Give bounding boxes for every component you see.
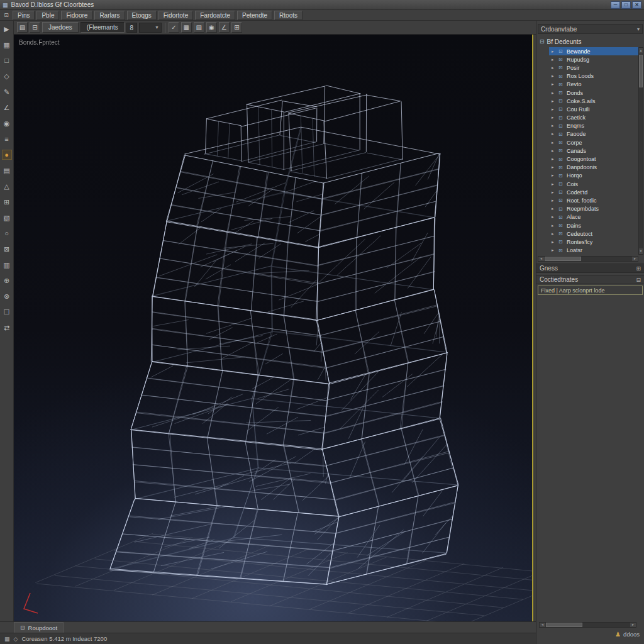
scrollbar-thumb[interactable] [639, 55, 643, 87]
layers-icon[interactable]: ▤ [194, 22, 204, 33]
section-coordinates[interactable]: Coctiedtnates ⊟ [536, 275, 644, 284]
scroll-left-icon[interactable]: ◄ [540, 623, 545, 627]
menu-item-pble[interactable]: Pble [36, 11, 59, 20]
viewport-canvas[interactable] [14, 35, 533, 621]
tree-item[interactable]: ▸⊡Roepmbdats [549, 205, 638, 213]
tree-item[interactable]: ▸⊡Danpdoonis [549, 164, 638, 172]
expand-arrow-icon[interactable]: ▸ [552, 157, 556, 162]
tree-item[interactable]: ▸⊡Rupudsg [549, 55, 638, 64]
tree-item[interactable]: ▸⊡Ros Loods [549, 72, 638, 80]
expand-arrow-icon[interactable]: ▸ [552, 107, 556, 112]
tree-item[interactable]: ▸⊡Revto [549, 80, 638, 89]
expand-arrow-icon[interactable]: ▸ [552, 206, 556, 211]
maximize-button[interactable]: □ [621, 1, 631, 9]
expand-arrow-icon[interactable]: ▸ [552, 148, 556, 153]
tree-item[interactable]: ▸⊡Rontes'lcy [549, 238, 638, 246]
snap-icon[interactable]: ◉ [206, 22, 217, 33]
tree-horizontal-scrollbar[interactable]: ◄ ► [538, 256, 638, 262]
menu-item-rarlars[interactable]: Rarlars [94, 11, 125, 20]
menu-item-fidoore[interactable]: Fidoore [61, 11, 92, 20]
toolbar-button-fleemants[interactable]: (Fleemants [80, 22, 125, 33]
measure-icon[interactable]: ∠ [219, 22, 230, 33]
tree-vertical-scrollbar[interactable]: ▲ ▼ [638, 47, 643, 255]
panel-icon[interactable]: ⊞ [231, 22, 242, 33]
expand-arrow-icon[interactable]: ▸ [552, 140, 556, 145]
status-tab[interactable]: ⊟ Roupdooot [14, 622, 64, 633]
close-button[interactable]: ✕ [632, 1, 641, 9]
tree-item[interactable]: ▸⊡Coke.S.ails [549, 97, 638, 105]
section-gness[interactable]: Gness ⊞ [536, 264, 644, 273]
delete-icon[interactable]: ⊠ [2, 244, 12, 254]
expand-arrow-icon[interactable]: ▸ [552, 49, 556, 54]
menu-item-pins[interactable]: Pins [13, 11, 35, 20]
tree-item[interactable]: ▸⊡Alace [549, 213, 638, 221]
swap-icon[interactable]: ⇄ [2, 323, 12, 333]
multiply-icon[interactable]: ⊗ [2, 291, 12, 301]
layers-icon[interactable]: ▤ [2, 165, 12, 175]
plus-icon[interactable]: ⊕ [2, 275, 12, 286]
tree-item[interactable]: ▸⊡Faoode [549, 130, 638, 138]
add-panel-icon[interactable]: ⊞ [2, 197, 12, 207]
angle-icon[interactable]: ∠ [2, 103, 12, 113]
expand-arrow-icon[interactable]: ▸ [552, 99, 556, 104]
expand-arrow-icon[interactable]: ▸ [552, 182, 556, 187]
tree-item[interactable]: ▸⊡Bewande [549, 47, 638, 55]
tree-item[interactable]: ▸⊡Loatsr [549, 247, 638, 255]
tree-item[interactable]: ▸⊡Cedeutoct [549, 230, 638, 238]
circle-icon[interactable]: ○ [2, 228, 12, 238]
expand-arrow-icon[interactable]: ▸ [552, 57, 556, 62]
target-icon[interactable]: ◉ [2, 118, 12, 128]
expand-arrow-icon[interactable]: ▸ [552, 173, 556, 178]
check-icon[interactable]: ✓ [169, 22, 179, 33]
tree-item[interactable]: ▸⊡Posir [549, 64, 638, 72]
scroll-right-icon[interactable]: ► [632, 257, 638, 261]
menu-item-fardoatcte[interactable]: Fardoatcte [195, 11, 235, 20]
expand-arrow-icon[interactable]: ▸ [552, 165, 556, 170]
expand-arrow-icon[interactable]: ▸ [552, 65, 556, 70]
scroll-up-icon[interactable]: ▲ [639, 48, 643, 53]
menu-item-petendte[interactable]: Petendte [237, 11, 272, 20]
tree-root[interactable]: ⊟ Bf Dedeunts [540, 37, 582, 46]
open-icon[interactable]: ⊟ [30, 22, 40, 33]
menu-item-etoqgs[interactable]: Etoqgs [127, 11, 157, 20]
collapse-box-icon[interactable]: ⊟ [636, 277, 641, 283]
tree-item[interactable]: ▸⊡Horqo [549, 172, 638, 180]
triangle-icon[interactable]: △ [2, 181, 12, 191]
grid-icon[interactable]: ▦ [2, 40, 12, 50]
count-field[interactable]: 8 [126, 23, 137, 33]
draw-icon[interactable]: ✎ [2, 87, 12, 97]
tree-item[interactable]: ▸⊡Enqms [549, 122, 638, 130]
expand-arrow-icon[interactable]: ▸ [552, 82, 556, 87]
expand-box-icon[interactable]: ⊞ [636, 265, 641, 272]
tree-item[interactable]: ▸⊡Canads [549, 147, 638, 155]
scrollbar-thumb[interactable] [546, 623, 582, 627]
chevron-down-icon[interactable]: ▾ [637, 26, 640, 32]
expand-arrow-icon[interactable]: ▸ [552, 248, 556, 253]
select-icon[interactable]: ▶ [2, 24, 12, 34]
expand-arrow-icon[interactable]: ▸ [552, 198, 556, 203]
tree-item[interactable]: ▸⊡Codet'td [549, 188, 638, 196]
rows-icon[interactable]: ▥ [2, 260, 12, 270]
tree-item[interactable]: ▸⊡Coogontoat [549, 155, 638, 163]
toolbar-button-jaedoes[interactable]: Jaedoes [42, 22, 79, 33]
expand-arrow-icon[interactable]: ▸ [552, 214, 556, 219]
tree-item[interactable]: ▸⊡Corpe [549, 138, 638, 147]
tree-item[interactable]: ▸⊡Dains [549, 221, 638, 230]
expand-arrow-icon[interactable]: ▸ [552, 91, 556, 96]
tree-item[interactable]: ▸⊡Cois [549, 180, 638, 188]
expand-arrow-icon[interactable]: ▸ [552, 223, 556, 228]
scroll-right-icon[interactable]: ► [630, 623, 636, 627]
expand-arrow-icon[interactable]: ▸ [552, 190, 556, 195]
scrollbar-thumb[interactable] [545, 257, 581, 261]
menu-item-fidortote[interactable]: Fidortote [158, 11, 193, 20]
menu-item-rtoots[interactable]: Rtoots [274, 11, 303, 20]
expand-arrow-icon[interactable]: ▸ [552, 123, 556, 128]
panel-header[interactable]: Crdoanvtabe ▾ [538, 24, 643, 34]
checkbox-icon[interactable]: ☐ [2, 307, 12, 317]
file-icon[interactable]: ▤ [17, 22, 28, 33]
scroll-down-icon[interactable]: ▼ [639, 248, 643, 254]
sphere-icon[interactable]: ● [2, 150, 12, 160]
hatch-icon[interactable]: ▧ [2, 213, 12, 223]
tree-item[interactable]: ▸⊡Root. footlic [549, 196, 638, 204]
users-indicator[interactable]: ♟ ddoos [615, 631, 640, 638]
